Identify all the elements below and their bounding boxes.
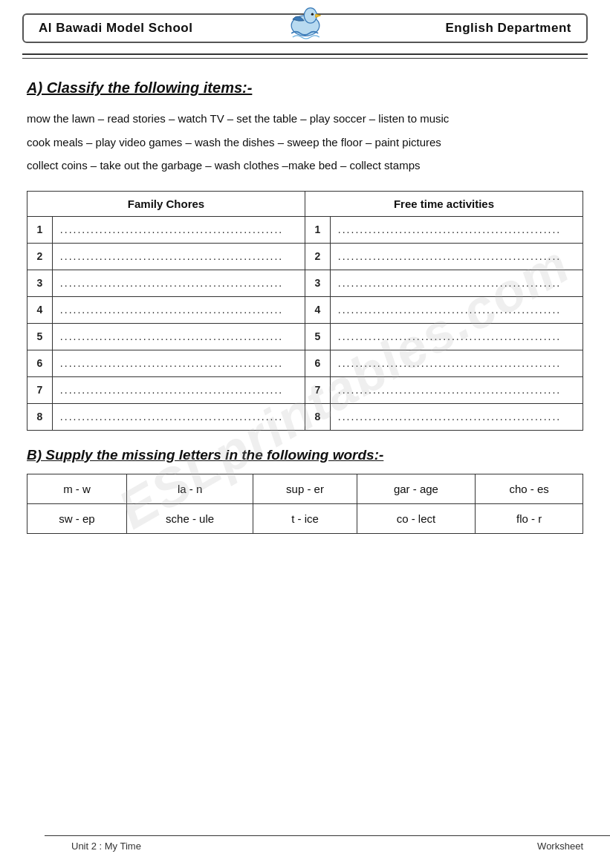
- word-list-line-3: collect coins – take out the garbage – w…: [27, 154, 583, 177]
- freetime-row-value[interactable]: ........................................…: [330, 216, 583, 243]
- word-list-line-2: cook meals – play video games – wash the…: [27, 131, 583, 154]
- freetime-row-value[interactable]: ........................................…: [330, 403, 583, 430]
- missing-letters-row: m - wla - nsup - ergar - agecho - es: [27, 474, 583, 503]
- footer: Unit 2 : My Time Worksheet: [45, 835, 610, 852]
- table-row: 5 ......................................…: [27, 323, 583, 350]
- freetime-row-num: 1: [305, 216, 330, 243]
- word-list-line-1: mow the lawn – read stories – watch TV –…: [27, 107, 583, 131]
- chores-row-value[interactable]: ........................................…: [52, 376, 305, 403]
- chores-row-value[interactable]: ........................................…: [52, 403, 305, 430]
- missing-letters-cell[interactable]: cho - es: [476, 474, 583, 503]
- table-row: 7 ......................................…: [27, 376, 583, 403]
- missing-letters-cell[interactable]: co - lect: [357, 503, 475, 533]
- freetime-row-num: 4: [305, 296, 330, 323]
- word-list: mow the lawn – read stories – watch TV –…: [27, 107, 583, 177]
- chores-row-num: 7: [27, 376, 53, 403]
- chores-row-num: 6: [27, 350, 53, 376]
- missing-letters-cell[interactable]: sche - ule: [126, 503, 253, 533]
- chores-row-num: 2: [27, 243, 53, 270]
- missing-letters-cell[interactable]: gar - age: [357, 474, 475, 503]
- missing-letters-cell[interactable]: m - w: [27, 474, 127, 503]
- table-row: 3 ......................................…: [27, 270, 583, 296]
- footer-left: Unit 2 : My Time: [71, 841, 141, 852]
- freetime-row-value[interactable]: ........................................…: [330, 270, 583, 296]
- school-name: Al Bawadi Model School: [39, 21, 192, 36]
- svg-point-1: [304, 8, 317, 24]
- freetime-row-num: 5: [305, 323, 330, 350]
- freetime-row-num: 3: [305, 270, 330, 296]
- freetime-row-value[interactable]: ........................................…: [330, 323, 583, 350]
- col-header-chores: Family Chores: [27, 191, 305, 216]
- school-logo: [283, 1, 328, 46]
- freetime-row-num: 8: [305, 403, 330, 430]
- section-b-title: B) Supply the missing letters in the fol…: [27, 447, 583, 463]
- freetime-row-value[interactable]: ........................................…: [330, 243, 583, 270]
- department-name: English Department: [445, 21, 571, 36]
- table-row: 6 ......................................…: [27, 350, 583, 376]
- missing-letters-cell[interactable]: sw - ep: [27, 503, 127, 533]
- table-row: 2 ......................................…: [27, 243, 583, 270]
- chores-row-num: 8: [27, 403, 53, 430]
- chores-row-num: 5: [27, 323, 53, 350]
- col-header-freetime: Free time activities: [305, 191, 583, 216]
- chores-row-num: 3: [27, 270, 53, 296]
- svg-point-3: [311, 13, 313, 15]
- table-row: 4 ......................................…: [27, 296, 583, 323]
- table-row: 8 ......................................…: [27, 403, 583, 430]
- freetime-row-num: 2: [305, 243, 330, 270]
- freetime-row-value[interactable]: ........................................…: [330, 350, 583, 376]
- freetime-row-num: 7: [305, 376, 330, 403]
- freetime-row-value[interactable]: ........................................…: [330, 376, 583, 403]
- chores-row-value[interactable]: ........................................…: [52, 216, 305, 243]
- missing-letters-cell[interactable]: flo - r: [476, 503, 583, 533]
- missing-letters-row: sw - epsche - ulet - iceco - lectflo - r: [27, 503, 583, 533]
- missing-letters-cell[interactable]: t - ice: [253, 503, 357, 533]
- divider-top: [22, 53, 588, 55]
- chores-row-value[interactable]: ........................................…: [52, 350, 305, 376]
- svg-marker-2: [315, 14, 320, 17]
- page-header: Al Bawadi Model School English Departmen…: [22, 13, 588, 43]
- chores-row-value[interactable]: ........................................…: [52, 296, 305, 323]
- missing-letters-table: m - wla - nsup - ergar - agecho - essw -…: [27, 474, 583, 534]
- main-content: A) Classify the following items:- mow th…: [0, 59, 610, 534]
- freetime-row-num: 6: [305, 350, 330, 376]
- missing-letters-cell[interactable]: la - n: [126, 474, 253, 503]
- section-a-title: A) Classify the following items:-: [27, 79, 583, 97]
- footer-right: Worksheet: [537, 841, 583, 852]
- chores-row-value[interactable]: ........................................…: [52, 243, 305, 270]
- missing-letters-cell[interactable]: sup - er: [253, 474, 357, 503]
- chores-row-value[interactable]: ........................................…: [52, 323, 305, 350]
- table-row: 1 ......................................…: [27, 216, 583, 243]
- chores-row-num: 4: [27, 296, 53, 323]
- chores-row-value[interactable]: ........................................…: [52, 270, 305, 296]
- classification-table: Family Chores Free time activities 1 ...…: [27, 191, 583, 431]
- chores-row-num: 1: [27, 216, 53, 243]
- freetime-row-value[interactable]: ........................................…: [330, 296, 583, 323]
